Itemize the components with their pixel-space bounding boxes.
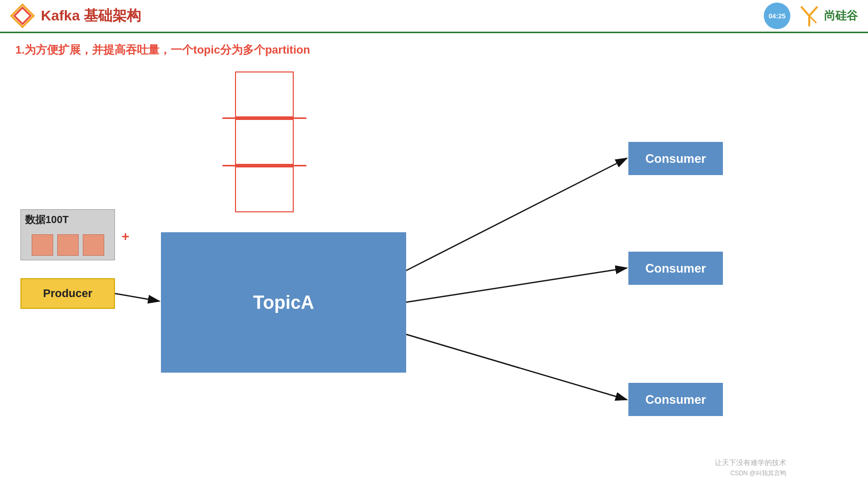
watermark-line2: CSDN @叫我其言鸭 xyxy=(730,469,786,478)
svg-line-3 xyxy=(115,294,159,301)
page-title: Kafka 基础架构 xyxy=(41,6,141,26)
producer-box: Producer xyxy=(20,278,115,309)
svg-line-6 xyxy=(406,334,627,400)
consumer-box-2: Consumer xyxy=(628,252,723,285)
partition-box-2 xyxy=(235,119,294,165)
consumer-box-3: Consumer xyxy=(628,383,723,416)
header: Kafka 基础架构 04:25 尚硅谷 xyxy=(0,0,868,33)
producer-label: Producer xyxy=(43,287,92,300)
plus-sign: + xyxy=(122,229,129,245)
logo-diamond-icon xyxy=(10,4,35,28)
consumer-label-2: Consumer xyxy=(645,261,706,276)
svg-line-5 xyxy=(406,268,627,302)
brand-icon xyxy=(796,3,822,29)
consumer-box-1: Consumer xyxy=(628,142,723,175)
header-left: Kafka 基础架构 xyxy=(10,4,141,28)
arrows-svg xyxy=(0,51,868,488)
timer-badge: 04:25 xyxy=(764,3,790,29)
data-squares xyxy=(32,234,104,256)
partition-box-3 xyxy=(235,166,294,212)
topic-box: TopicA xyxy=(161,232,406,373)
data-sq-2 xyxy=(57,234,79,256)
data-sq-1 xyxy=(32,234,53,256)
consumer-label-1: Consumer xyxy=(645,152,706,166)
brand-logo: 尚硅谷 xyxy=(796,3,858,29)
partition-boxes xyxy=(235,71,307,212)
partition-box-1 xyxy=(235,71,294,117)
data-sq-3 xyxy=(83,234,104,256)
svg-line-4 xyxy=(406,158,627,271)
data-box: 数据100T xyxy=(20,209,115,260)
diagram-area: 数据100T + Producer TopicA Consumer Consum… xyxy=(0,51,868,488)
watermark-line1: 让天下没有难学的技术 xyxy=(715,458,786,468)
header-right: 04:25 尚硅谷 xyxy=(764,3,858,29)
topic-label: TopicA xyxy=(253,292,314,313)
consumer-label-3: Consumer xyxy=(645,393,706,407)
data-label: 数据100T xyxy=(25,213,69,227)
brand-name: 尚硅谷 xyxy=(824,8,858,23)
